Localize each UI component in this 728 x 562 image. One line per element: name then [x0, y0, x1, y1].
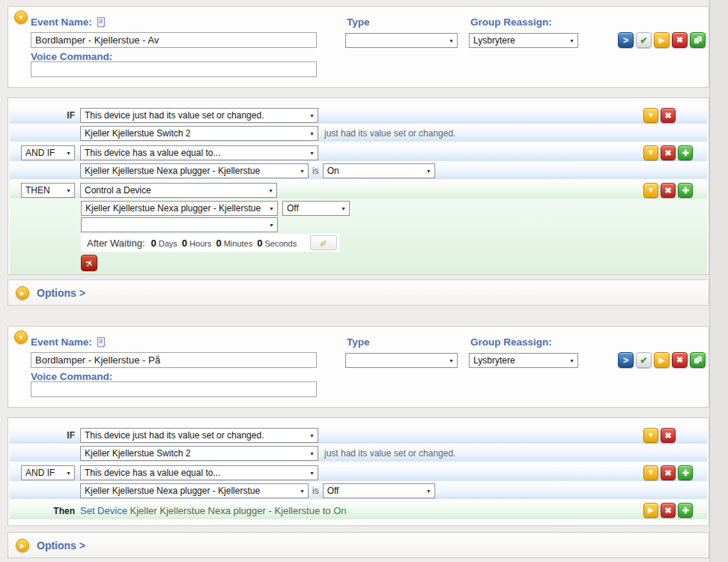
then-label: Then	[53, 506, 75, 516]
after-waiting-label: After Waiting:	[87, 238, 145, 249]
trigger-device-select[interactable]: Kjeller Kjellerstue Switch 2 ▼	[80, 446, 318, 461]
options-link[interactable]: Options >	[37, 540, 85, 552]
move-condition-down-button[interactable]: ▼	[643, 465, 658, 480]
chevron-right-icon: >	[623, 35, 629, 45]
expand-options-button[interactable]: ▶	[16, 286, 29, 300]
action-type-select[interactable]: Control a Device ▼	[80, 183, 277, 198]
event-conditions-panel: IF This device just had its value set or…	[7, 417, 709, 526]
move-condition-down-button[interactable]: ▼	[643, 145, 658, 160]
wait-minutes-value: 0	[216, 238, 221, 249]
then-select[interactable]: THEN ▼	[21, 183, 75, 198]
plus-icon: ✚	[682, 149, 688, 157]
add-action-button[interactable]: ✚	[678, 503, 693, 518]
add-condition-button[interactable]: ✚	[678, 465, 693, 480]
action-device-select[interactable]: Kjeller Kjellerstue Nexa plugger - Kjell…	[81, 201, 278, 216]
select-arrow-icon: ▼	[309, 113, 315, 118]
approve-button[interactable]: ✔	[636, 32, 652, 48]
copy-event-button[interactable]	[690, 352, 706, 368]
trigger-type-select[interactable]: This device just had its value set or ch…	[80, 428, 318, 443]
plus-icon: ✚	[682, 507, 688, 515]
trigger-type-select[interactable]: This device just had its value set or ch…	[80, 108, 318, 123]
advanced-button[interactable]: >	[618, 352, 634, 368]
select-arrow-icon: ▼	[269, 223, 274, 228]
group-reassign-select[interactable]: Lysbrytere ▼	[469, 33, 578, 48]
options-link[interactable]: Options >	[37, 287, 85, 299]
select-arrow-icon: ▼	[569, 358, 574, 363]
x-icon: ✖	[664, 149, 671, 157]
copy-event-button[interactable]	[690, 32, 706, 48]
delete-event-button[interactable]: ✖	[672, 352, 688, 368]
if-row: IF This device just had its value set or…	[10, 427, 707, 444]
andif-select[interactable]: AND IF ▼	[21, 465, 75, 480]
select-arrow-icon: ▼	[66, 471, 71, 476]
trigger-suffix-text: just had its value set or changed.	[324, 128, 455, 139]
delete-action-button[interactable]: ✖	[661, 503, 676, 518]
play-icon: ▶	[648, 507, 654, 514]
condition-value-select[interactable]: On ▼	[323, 163, 435, 178]
condition-device-select[interactable]: Kjeller Kjellerstue Nexa plugger - Kjell…	[80, 163, 309, 178]
group-reassign-select[interactable]: Lysbrytere ▼	[469, 353, 578, 368]
then-summary-row: Then Set Device Kjeller Kjellerstue Nexa…	[10, 502, 707, 519]
andif-select[interactable]: AND IF ▼	[21, 145, 75, 160]
voice-command-label: Voice Command:	[31, 51, 112, 62]
notes-icon[interactable]	[96, 16, 106, 28]
select-arrow-icon: ▼	[309, 471, 315, 476]
expand-action-button[interactable]: ▶	[643, 503, 658, 518]
pencil-icon: ✎	[320, 238, 327, 248]
arrow-down-icon: ▼	[647, 432, 655, 439]
approve-button[interactable]: ✔	[636, 352, 652, 368]
select-arrow-icon: ▼	[269, 206, 274, 211]
condition-type-select[interactable]: This device has a value equal to... ▼	[80, 145, 318, 160]
add-action-button[interactable]: ✚	[678, 183, 693, 198]
delete-condition-button[interactable]: ✖	[661, 465, 676, 480]
event-name-input[interactable]	[31, 352, 317, 368]
add-condition-button[interactable]: ✚	[678, 145, 693, 160]
delete-action-button[interactable]: ✖	[661, 183, 676, 198]
action-extra-select[interactable]: ▼	[81, 217, 278, 232]
is-label: is	[312, 486, 319, 496]
send-action-button[interactable]: ✈	[81, 255, 97, 271]
voice-command-input[interactable]	[31, 61, 317, 77]
expand-options-button[interactable]: ▶	[16, 539, 29, 552]
run-event-button[interactable]: ▶	[654, 32, 670, 48]
select-arrow-icon: ▼	[66, 188, 71, 193]
x-icon: ✖	[676, 356, 683, 364]
action-command-select[interactable]: Off ▼	[282, 201, 350, 216]
action-device-text: Kjeller Kjellerstue Nexa plugger - Kjell…	[130, 505, 321, 516]
right-gutter	[709, 0, 728, 562]
wait-seconds-value: 0	[257, 238, 262, 249]
type-select[interactable]: ▼	[345, 33, 458, 48]
if-device-row: Kjeller Kjellerstue Switch 2 ▼ just had …	[10, 125, 707, 142]
condition-type-select[interactable]: This device has a value equal to... ▼	[80, 465, 318, 480]
delete-event-button[interactable]: ✖	[672, 32, 688, 48]
edit-wait-button[interactable]: ✎	[310, 235, 337, 250]
event-name-input[interactable]	[31, 32, 317, 48]
move-condition-down-button[interactable]: ▼	[643, 108, 658, 123]
select-arrow-icon: ▼	[268, 188, 273, 193]
collapse-action-button[interactable]: ▼	[643, 183, 658, 198]
trigger-device-select[interactable]: Kjeller Kjellerstue Switch 2 ▼	[80, 126, 318, 141]
wait-hours-unit: Hours	[189, 239, 211, 248]
delete-condition-button[interactable]: ✖	[661, 145, 676, 160]
airplane-icon: ✈	[82, 256, 97, 270]
check-icon: ✔	[640, 356, 647, 365]
select-arrow-icon: ▼	[449, 38, 454, 43]
delete-condition-button[interactable]: ✖	[661, 108, 676, 123]
advanced-button[interactable]: >	[618, 32, 634, 48]
type-select[interactable]: ▼	[345, 353, 458, 368]
voice-command-input[interactable]	[31, 381, 317, 397]
chevron-down-icon: ▼	[18, 14, 24, 21]
if-label: IF	[67, 110, 75, 121]
x-icon: ✖	[664, 112, 671, 120]
collapse-event-button[interactable]: ▼	[14, 330, 28, 344]
condition-value-select[interactable]: Off ▼	[323, 483, 435, 498]
run-event-button[interactable]: ▶	[654, 352, 670, 368]
move-condition-down-button[interactable]: ▼	[643, 428, 658, 443]
condition-device-select[interactable]: Kjeller Kjellerstue Nexa plugger - Kjell…	[80, 483, 309, 498]
wait-hours-value: 0	[182, 238, 187, 249]
collapse-event-button[interactable]: ▼	[14, 10, 28, 24]
delete-condition-button[interactable]: ✖	[661, 428, 676, 443]
x-icon: ✖	[664, 507, 671, 515]
notes-icon[interactable]	[96, 336, 106, 348]
select-arrow-icon: ▼	[309, 151, 315, 156]
